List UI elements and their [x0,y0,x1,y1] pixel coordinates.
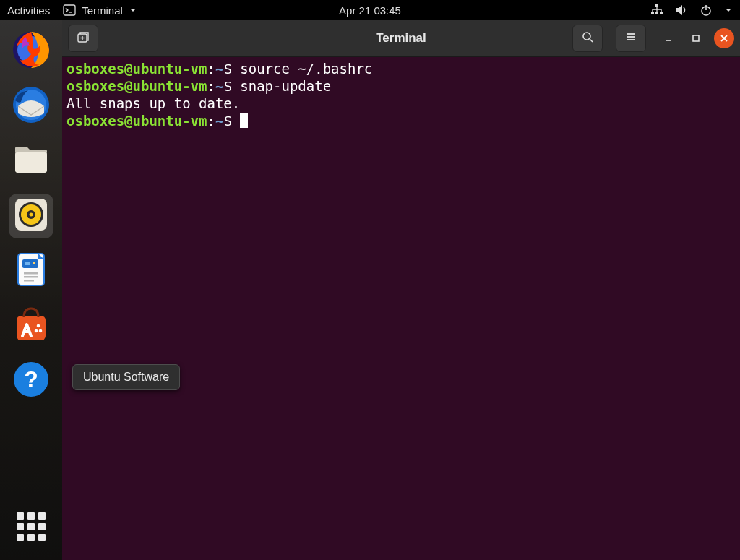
window-title: Terminal [376,31,426,46]
terminal-window: Terminal [62,20,740,560]
search-icon [581,30,594,46]
svg-text:?: ? [24,366,38,392]
firefox-icon [11,30,51,73]
new-tab-button[interactable] [68,25,98,52]
chevron-down-icon[interactable] [724,6,733,14]
speaker-icon [12,196,50,236]
dock: ? [0,20,62,560]
svg-rect-17 [693,35,699,41]
workspace: Terminal [0,20,740,560]
volume-icon[interactable] [675,4,688,17]
document-icon [12,251,50,291]
svg-rect-34 [24,276,38,278]
svg-point-41 [39,329,43,333]
folder-icon [11,139,51,183]
dock-item-thunderbird[interactable] [9,84,53,129]
dock-item-ubuntu-software[interactable] [9,303,53,348]
svg-point-40 [35,329,38,333]
svg-rect-2 [655,4,658,7]
close-button[interactable] [714,28,734,48]
svg-rect-5 [660,12,663,14]
dock-item-help[interactable]: ? [9,358,53,403]
svg-rect-33 [24,272,38,275]
chevron-down-icon [129,6,137,14]
svg-point-39 [37,324,40,328]
terminal-body[interactable]: osboxes@ubuntu-vm:~$ source ~/.bashrcosb… [62,57,740,560]
hamburger-menu-button[interactable] [616,25,646,52]
svg-rect-36 [25,262,30,265]
dock-item-rhythmbox[interactable] [9,194,53,238]
new-tab-icon [77,30,90,46]
minimize-button[interactable] [659,29,678,48]
search-button[interactable] [572,25,603,52]
hamburger-icon [624,30,637,46]
thunderbird-icon [11,85,51,128]
svg-rect-3 [651,12,654,14]
shopping-bag-icon [12,306,50,346]
window-titlebar: Terminal [62,20,740,57]
dock-item-firefox[interactable] [9,29,53,74]
power-icon[interactable] [700,4,713,17]
svg-point-30 [30,213,33,217]
dock-item-libreoffice-writer[interactable] [9,249,53,293]
app-menu[interactable]: Terminal [63,4,137,17]
top-bar: Activities Terminal Apr 21 03:45 [0,0,740,20]
maximize-button[interactable] [687,29,705,48]
clock[interactable]: Apr 21 03:45 [339,4,401,17]
svg-rect-0 [64,5,75,15]
show-applications-button[interactable] [17,512,46,541]
svg-rect-25 [15,152,47,173]
dock-item-files[interactable] [9,139,53,184]
svg-point-11 [583,33,590,40]
activities-button[interactable]: Activities [7,4,50,17]
svg-rect-4 [655,12,658,14]
terminal-icon [63,4,76,17]
svg-point-37 [33,262,35,264]
help-icon: ? [12,361,50,401]
svg-rect-35 [24,280,34,282]
app-menu-label: Terminal [82,4,123,17]
network-icon[interactable] [650,4,663,17]
dock-tooltip: Ubuntu Software [72,364,180,390]
svg-line-12 [590,39,593,42]
